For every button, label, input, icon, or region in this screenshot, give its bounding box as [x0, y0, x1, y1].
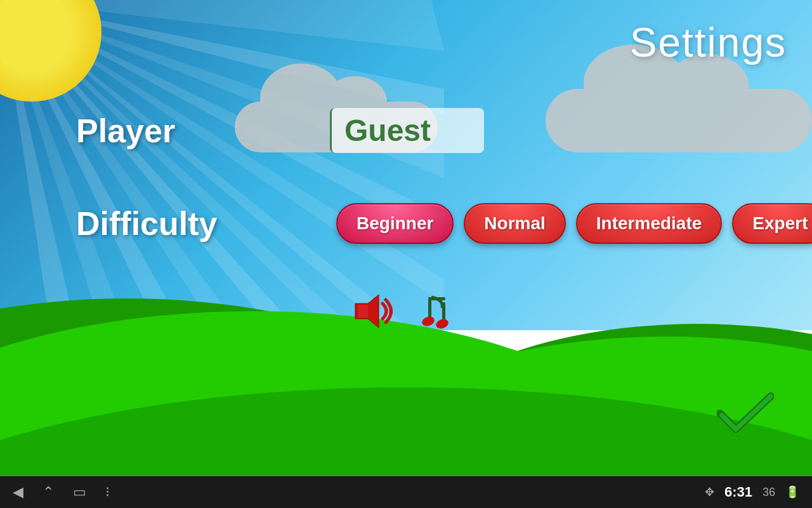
music-toggle-button[interactable]: [416, 286, 466, 337]
expand-icon[interactable]: ✥: [705, 485, 714, 499]
difficulty-beginner-button[interactable]: Beginner: [336, 203, 454, 244]
main-content: Settings Player Difficulty Beginner Norm…: [0, 0, 812, 476]
player-name-input[interactable]: [344, 113, 471, 148]
difficulty-buttons: Beginner Normal Intermediate Expert: [336, 203, 812, 244]
navigation-bar: ◀ ⌃ ▭ ⁝ ✥ 6:31 36 🔋: [0, 476, 812, 508]
svg-point-26: [435, 318, 450, 330]
time-display: 6:31: [724, 484, 752, 500]
battery-icon: 🔋: [785, 485, 799, 499]
svg-rect-27: [428, 297, 445, 300]
difficulty-label: Difficulty: [76, 204, 254, 243]
sound-row: [346, 286, 466, 337]
difficulty-normal-button[interactable]: Normal: [464, 203, 565, 244]
svg-marker-22: [358, 305, 368, 318]
nav-recent-button[interactable]: ▭: [73, 484, 86, 500]
difficulty-row: Difficulty Beginner Normal Intermediate …: [0, 203, 812, 244]
player-label: Player: [76, 112, 216, 150]
page-title: Settings: [630, 19, 787, 66]
difficulty-intermediate-button[interactable]: Intermediate: [576, 203, 723, 244]
svg-point-24: [421, 315, 436, 328]
player-input-wrapper: [330, 108, 484, 153]
nav-right: ✥ 6:31 36 🔋: [705, 484, 799, 500]
player-row: Player: [0, 108, 812, 153]
battery-level: 36: [763, 486, 775, 499]
sfx-toggle-button[interactable]: [346, 286, 396, 337]
confirm-button[interactable]: [717, 391, 774, 438]
nav-home-button[interactable]: ⌃: [43, 484, 54, 500]
difficulty-expert-button[interactable]: Expert: [732, 203, 812, 244]
nav-grid-button[interactable]: ⁝: [105, 484, 110, 500]
nav-left: ◀ ⌃ ▭ ⁝: [13, 484, 705, 500]
nav-back-button[interactable]: ◀: [13, 484, 23, 500]
